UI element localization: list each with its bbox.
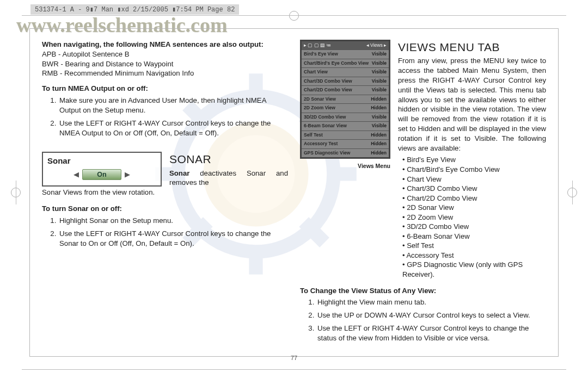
sonar-value-pill: On <box>82 169 121 181</box>
views-row-state: Visible <box>372 87 387 93</box>
views-menu-caption: Views Menu <box>300 162 390 170</box>
views-row-state: Hidden <box>371 132 387 138</box>
views-row: GPS Diagnostic ViewHidden <box>302 148 389 157</box>
left-column: When navigating, the following NMEA sent… <box>42 40 288 349</box>
turn-nmea-steps: Make sure you are in Advanced User Mode,… <box>42 96 288 138</box>
turn-nmea-step-2: Use the LEFT or RIGHT 4-WAY Cursor Contr… <box>58 119 288 138</box>
views-row: 6-Beam Sonar ViewVisible <box>302 121 389 130</box>
views-row-state: Hidden <box>371 150 387 156</box>
views-row-name: GPS Diagnostic View <box>304 150 350 156</box>
views-row-name: Accessory Test <box>304 141 338 147</box>
right-column: ▸ ▢ ▢ ▤ ≔ ◂ Views ▸ Bird's Eye ViewVisib… <box>300 40 546 349</box>
change-view-heading: To Change the View Status of Any View: <box>300 286 546 296</box>
bullet-item: Chart/3D Combo View <box>402 184 546 194</box>
nmea-heading: When navigating, the following NMEA sent… <box>42 40 288 49</box>
sonar-section-title: SONAR <box>169 152 288 167</box>
bullet-item: GPS Diagnostic View (only with GPS Recei… <box>402 260 546 279</box>
bullet-item: Accessory Test <box>402 251 546 260</box>
nmea-line-1: APB - Autopilot Sentence B <box>42 49 288 59</box>
views-row-name: Bird's Eye View <box>304 51 338 57</box>
views-row-name: 3D/2D Combo View <box>304 114 346 120</box>
views-row: Bird's Eye ViewVisible <box>302 49 389 58</box>
views-row-name: 6-Beam Sonar View <box>304 123 347 129</box>
views-row-name: 2D Zoom View <box>304 105 335 111</box>
views-row-name: Chart/3D Combo View <box>304 78 352 84</box>
page-number: 77 <box>291 355 297 361</box>
bullet-item: Chart/Bird's Eye Combo View <box>402 165 546 175</box>
views-row-state: Visible <box>372 114 387 120</box>
bullet-item: Chart/2D Combo View <box>402 194 546 203</box>
views-menu-screenshot: ▸ ▢ ▢ ▤ ≔ ◂ Views ▸ Bird's Eye ViewVisib… <box>300 40 390 159</box>
views-row-name: Chart/Bird's Eye Combo View <box>304 60 369 66</box>
bullet-item: 6-Beam Sonar View <box>402 232 546 241</box>
views-row-state: Visible <box>372 51 387 57</box>
turn-nmea-step-1: Make sure you are in Advanced User Mode,… <box>58 96 288 115</box>
views-row-name: Self Test <box>304 132 323 138</box>
nmea-line-2: BWR - Bearing and Distance to Waypoint <box>42 59 288 69</box>
turn-sonar-step-2: Use the LEFT or RIGHT 4-WAY Cursor Contr… <box>58 229 288 249</box>
bullet-item: 3D/2D Combo View <box>402 222 546 232</box>
views-row-state: Hidden <box>371 141 387 147</box>
views-row: 3D/2D Combo ViewVisible <box>302 113 389 121</box>
views-menu-paragraph: From any view, press the MENU key twice … <box>398 56 546 153</box>
page-frame: When navigating, the following NMEA sent… <box>29 28 559 357</box>
views-row-state: Hidden <box>371 105 387 111</box>
nmea-line-3: RMB - Recommended Minimum Navigation Inf… <box>42 69 288 78</box>
right-arrow-icon: ▶ <box>125 170 130 179</box>
views-row-name: 2D Sonar View <box>304 96 336 102</box>
bullet-item: 2D Zoom View <box>402 213 546 222</box>
views-menu-title: VIEWS MENU TAB <box>398 40 546 55</box>
left-arrow-icon: ◀ <box>74 170 79 179</box>
views-row-state: Hidden <box>371 96 387 102</box>
sonar-setting-box: Sonar ◀ On ▶ <box>42 152 162 187</box>
bullet-item: Chart View <box>402 175 546 184</box>
change-view-steps: Highlight the View main menu tab. Use th… <box>300 297 546 343</box>
views-row: Chart/2D Combo ViewVisible <box>302 85 389 94</box>
sonar-sentence: Sonar deactivates Sonar and removes the <box>169 169 288 188</box>
views-row: Accessory TestHidden <box>302 139 389 148</box>
sonar-box-title: Sonar <box>47 156 156 166</box>
change-view-step-3: Use the LEFT or RIGHT 4-WAY Cursor Contr… <box>316 324 546 343</box>
bullet-item: 2D Sonar View <box>402 203 546 213</box>
views-bullet-list: Bird's Eye View Chart/Bird's Eye Combo V… <box>398 155 546 279</box>
views-row-state: Visible <box>372 78 387 84</box>
views-row: 2D Zoom ViewHidden <box>302 103 389 112</box>
turn-nmea-heading: To turn NMEA Output on or off: <box>42 84 288 94</box>
views-row-state: Visible <box>372 60 387 66</box>
views-row-state: Visible <box>372 69 387 75</box>
change-view-step-2: Use the UP or DOWN 4-WAY Cursor Control … <box>316 311 546 320</box>
views-row-state: Visible <box>372 123 387 129</box>
bullet-item: Self Test <box>402 241 546 251</box>
views-row: 2D Sonar ViewHidden <box>302 95 389 103</box>
bullet-item: Bird's Eye View <box>402 155 546 165</box>
sonar-run-bold: Sonar <box>169 169 189 177</box>
views-row: Chart ViewVisible <box>302 67 389 76</box>
screenshot-tabs-right: ◂ Views ▸ <box>366 42 387 48</box>
sonar-cont-line: Sonar Views from the view rotation. <box>42 188 288 197</box>
change-view-step-1: Highlight the View main menu tab. <box>316 297 546 307</box>
turn-sonar-steps: Highlight Sonar on the Setup menu. Use t… <box>42 216 288 248</box>
turn-sonar-step-1: Highlight Sonar on the Setup menu. <box>58 216 288 226</box>
views-row: Chart/3D Combo ViewVisible <box>302 77 389 85</box>
turn-sonar-heading: To turn Sonar on or off: <box>42 204 288 214</box>
screenshot-tabs-left: ▸ ▢ ▢ ▤ ≔ <box>304 42 331 48</box>
views-row: Self TestHidden <box>302 131 389 139</box>
views-row: Chart/Bird's Eye Combo ViewVisible <box>302 59 389 67</box>
views-row-name: Chart View <box>304 69 328 75</box>
views-row-name: Chart/2D Combo View <box>304 87 352 93</box>
